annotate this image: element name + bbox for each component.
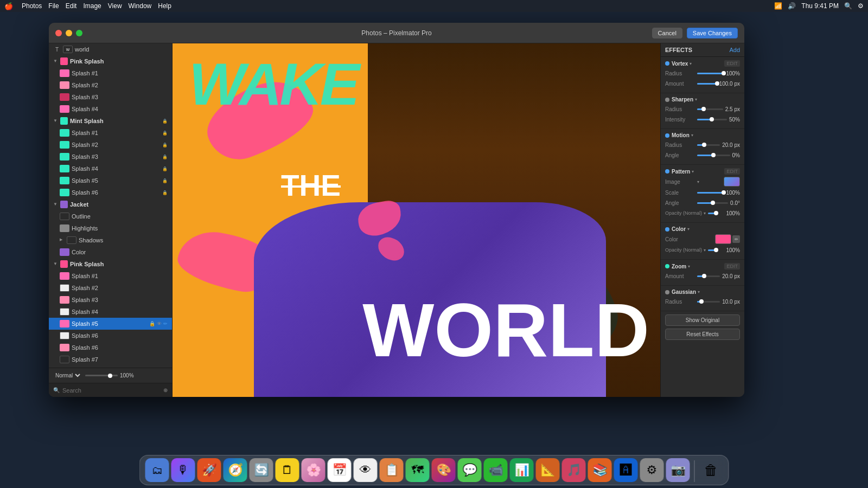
dock-icon-photos[interactable]: 🌸 xyxy=(302,458,326,482)
list-item[interactable]: Outline xyxy=(49,210,172,222)
effect-dot-pattern[interactable] xyxy=(665,169,669,174)
dock-icon-facetime[interactable]: 📹 xyxy=(484,458,508,482)
effect-dot-motion[interactable] xyxy=(665,133,669,138)
menu-photos[interactable]: Photos xyxy=(22,2,42,10)
dock-icon-music[interactable]: 🎵 xyxy=(562,458,586,482)
show-original-button[interactable]: Show Original xyxy=(665,314,740,326)
dock-icon-appstore[interactable]: 🅰 xyxy=(614,458,638,482)
dock-icon-keynote[interactable]: 📐 xyxy=(536,458,560,482)
effect-dot-color[interactable] xyxy=(665,227,669,232)
menu-file[interactable]: File xyxy=(48,2,59,10)
effect-slider-angle-motion[interactable] xyxy=(697,155,730,156)
list-item[interactable]: Splash #3 🔒 xyxy=(49,151,172,163)
layer-world[interactable]: T W world xyxy=(49,43,172,55)
dock-icon-maps[interactable]: 🗺 xyxy=(406,458,430,482)
opacity-slider[interactable] xyxy=(85,375,118,376)
search-menubar-icon[interactable]: 🔍 xyxy=(844,2,852,10)
dock-icon-safari[interactable]: 🧭 xyxy=(224,458,247,482)
effect-slider-amount-zoom[interactable] xyxy=(697,275,720,277)
list-item[interactable]: Splash #7 xyxy=(49,354,172,365)
dock-icon-photolibrary[interactable]: 📷 xyxy=(666,458,690,482)
menu-help[interactable]: Help xyxy=(158,2,171,10)
list-item[interactable]: Splash #6 🔒 xyxy=(49,187,172,198)
save-changes-button[interactable]: Save Changes xyxy=(687,28,738,38)
opacity-dropdown-icon[interactable]: ▾ xyxy=(704,211,706,216)
layer-group-mint-splash-1[interactable]: ▼ Mint Splash 🔒 xyxy=(49,115,172,127)
effect-edit-vortex[interactable]: EDIT xyxy=(724,60,740,67)
dock-icon-migration[interactable]: 🔄 xyxy=(250,458,273,482)
list-item[interactable]: Splash #2 xyxy=(49,282,172,294)
menu-image[interactable]: Image xyxy=(83,2,101,10)
menu-edit[interactable]: Edit xyxy=(66,2,77,10)
canvas-area[interactable]: WAKE THE WORLD xyxy=(173,43,660,397)
dock-icon-pixelmator[interactable]: 🎨 xyxy=(432,458,456,482)
list-item[interactable]: Splash #1 🔒 xyxy=(49,127,172,139)
effect-slider-radius-sharpen[interactable] xyxy=(697,108,723,110)
layer-splash-40-selected[interactable]: Splash #5 🔒 👁 ✏ xyxy=(49,318,172,330)
list-item[interactable]: Splash #3 xyxy=(49,294,172,306)
effect-edit-zoom[interactable]: EDIT xyxy=(724,263,740,269)
effect-slider-amount-vortex[interactable] xyxy=(697,83,717,85)
layer-the[interactable]: T the the xyxy=(49,365,172,368)
effect-dot-sharpen[interactable] xyxy=(665,98,669,102)
dock-icon-trash[interactable]: 🗑 xyxy=(699,458,723,482)
effects-add-button[interactable]: Add xyxy=(729,47,740,53)
pattern-image-swatch[interactable] xyxy=(724,177,740,187)
list-item[interactable]: Splash #4 xyxy=(49,306,172,318)
effect-slider-angle-pattern[interactable] xyxy=(697,202,728,204)
opacity-dropdown-icon[interactable]: ▾ xyxy=(704,248,706,253)
color-edit-button[interactable]: ✏ xyxy=(732,235,740,243)
dock-icon-calendar[interactable]: 📅 xyxy=(328,458,352,482)
list-item[interactable]: Splash #2 🔒 xyxy=(49,139,172,151)
dock-icon-numbers[interactable]: 📊 xyxy=(510,458,534,482)
list-item[interactable]: Splash #6 xyxy=(49,330,172,342)
dock-icon-stickies[interactable]: 🗒 xyxy=(276,458,299,482)
list-item[interactable]: Splash #1 xyxy=(49,67,172,79)
cancel-button[interactable]: Cancel xyxy=(652,28,682,38)
effect-slider-radius-gaussian[interactable] xyxy=(697,301,720,303)
menu-window[interactable]: Window xyxy=(129,2,152,10)
image-dropdown-icon[interactable]: ▾ xyxy=(697,179,699,184)
dock-icon-launchpad[interactable]: 🚀 xyxy=(197,458,221,482)
list-item[interactable]: Splash #4 🔒 xyxy=(49,163,172,175)
controlcenter-icon[interactable]: ⚙ xyxy=(858,2,864,10)
color-swatch[interactable] xyxy=(715,234,731,244)
list-item[interactable]: Splash #3 xyxy=(49,91,172,103)
dock-icon-systemprefs[interactable]: ⚙ xyxy=(640,458,664,482)
effect-slider-radius-vortex[interactable] xyxy=(697,73,724,74)
menu-view[interactable]: View xyxy=(108,2,122,10)
dock-icon-preview[interactable]: 👁 xyxy=(354,458,378,482)
effect-edit-pattern[interactable]: EDIT xyxy=(724,168,740,175)
list-item[interactable]: Color xyxy=(49,246,172,258)
close-button[interactable] xyxy=(55,30,62,36)
list-item[interactable]: ▶ Shadows xyxy=(49,234,172,246)
layer-group-pink-splash-2[interactable]: ▼ Pink Splash xyxy=(49,258,172,270)
search-input[interactable] xyxy=(62,387,161,394)
effect-dot-gaussian[interactable] xyxy=(665,290,669,294)
search-options-icon[interactable]: ⊕ xyxy=(163,387,168,393)
list-item[interactable]: Splash #5 🔒 xyxy=(49,175,172,187)
list-item[interactable]: Highlights xyxy=(49,222,172,234)
effect-dot-vortex[interactable] xyxy=(665,61,669,66)
dock-icon-books[interactable]: 📚 xyxy=(588,458,612,482)
list-item[interactable]: Splash #4 xyxy=(49,103,172,115)
dock-icon-contacts[interactable]: 📋 xyxy=(380,458,404,482)
dock-icon-finder[interactable]: 🗂 xyxy=(145,458,169,482)
effect-slider-opacity-pattern[interactable] xyxy=(708,213,716,214)
dock-icon-messages[interactable]: 💬 xyxy=(458,458,482,482)
effect-slider-radius-motion[interactable] xyxy=(697,144,720,146)
apple-menu[interactable]: 🍎 xyxy=(4,2,13,10)
effect-dot-zoom[interactable] xyxy=(665,264,669,268)
effect-slider-scale-pattern[interactable] xyxy=(697,192,724,194)
layer-group-pink-splash-1[interactable]: ▼ Pink Splash xyxy=(49,55,172,67)
list-item[interactable]: Splash #6 xyxy=(49,342,172,354)
list-item[interactable]: Splash #2 xyxy=(49,79,172,91)
maximize-button[interactable] xyxy=(76,30,82,36)
effect-slider-opacity-color[interactable] xyxy=(708,249,716,251)
layer-group-jacket[interactable]: ▼ Jacket xyxy=(49,198,172,210)
list-item[interactable]: Splash #1 xyxy=(49,270,172,282)
reset-effects-button[interactable]: Reset Effects xyxy=(665,329,740,340)
effect-slider-intensity-sharpen[interactable] xyxy=(697,119,727,120)
minimize-button[interactable] xyxy=(66,30,72,36)
blend-mode-select[interactable]: Normal xyxy=(53,372,82,379)
